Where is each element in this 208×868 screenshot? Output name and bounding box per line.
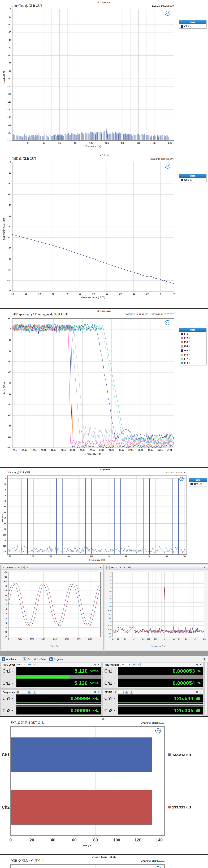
save-icon: ⇩	[23, 657, 26, 661]
chevron-down-icon: ▾	[122, 691, 123, 693]
svg-text:1.2m: 1.2m	[41, 638, 45, 640]
meter-style-icon[interactable]: ▦▾	[28, 690, 31, 693]
legend-item-f-8[interactable]: F-88	[179, 361, 206, 365]
legend-item-f-4[interactable]: F-44	[179, 344, 206, 348]
meter-style-icon[interactable]: ▦▾	[125, 690, 129, 693]
stop-button[interactable]: ■	[22, 566, 25, 569]
meter-settings-icon[interactable]: ⚙	[33, 663, 36, 666]
legend-item-f-7[interactable]: F-77	[179, 357, 206, 361]
svg-text:60: 60	[72, 838, 77, 842]
meter-settings-icon[interactable]: ⚙	[130, 690, 133, 693]
legend-label: F-7	[184, 358, 188, 360]
panel-splitter[interactable]: • • •	[0, 654, 208, 656]
meter-unit: dB	[196, 709, 201, 713]
meter-row-ch2: Ch2▼125.305dB	[103, 707, 203, 715]
scope-plot-area: 0400u800u1.2m1.6m2.0m2.4m2.8m-14-12-10-8…	[1, 570, 103, 650]
legend-label: Ch2	[184, 25, 189, 28]
legend-item-f-5[interactable]: F-55	[179, 348, 206, 352]
stop-button[interactable]: ■	[123, 566, 126, 569]
svg-text:-30: -30	[8, 31, 11, 33]
settings-gear-icon[interactable]: ⚙	[26, 566, 29, 569]
meter-display: 125.305dB	[118, 707, 203, 715]
channel-select[interactable]: Ch2▼	[1, 679, 16, 687]
legend-header: Data	[179, 328, 206, 332]
unit-value: dB	[114, 691, 117, 693]
window-splitter[interactable]: • • •	[0, 651, 208, 654]
unit-select[interactable]: Vrms▾	[16, 663, 26, 666]
svg-text:-45: -45	[51, 293, 54, 295]
save-meter-data-button[interactable]: ⇩ Save Meter Data	[23, 657, 45, 661]
meter-settings-icon[interactable]: ⚙	[33, 690, 36, 693]
legend-item-f-1[interactable]: F-1	[179, 332, 206, 336]
legend-swatch	[181, 353, 183, 356]
scroll-up-icon[interactable]: ▲	[205, 662, 207, 664]
scrollbar[interactable]: ▲	[205, 662, 207, 716]
unit-select[interactable]: dB▾	[113, 690, 124, 694]
meter-display: 5.120Vrms	[16, 679, 101, 687]
export-icon[interactable]: ↥	[203, 658, 206, 661]
channel-select[interactable]: Ch2▼	[1, 707, 16, 715]
popout-icon[interactable]: ⧉	[196, 691, 198, 693]
svg-text:-30: -30	[8, 193, 11, 196]
chevron-down-icon[interactable]: ▼	[14, 567, 16, 568]
close-icon[interactable]: ✕	[98, 691, 100, 693]
unit-select[interactable]: %▾	[121, 663, 131, 666]
svg-text:32.5k: 32.5k	[109, 449, 114, 452]
popout-icon[interactable]: ⧉	[196, 663, 198, 666]
close-icon[interactable]: ✕	[203, 566, 206, 569]
panel-menu-icon[interactable]: ≡	[2, 566, 5, 569]
svg-text:-50: -50	[8, 46, 11, 49]
chevron-down-icon[interactable]: ▼	[116, 567, 118, 568]
svg-text:-40: -40	[65, 293, 68, 295]
close-icon[interactable]: ✕	[98, 663, 100, 666]
unit-select[interactable]: Hz▾	[16, 690, 26, 694]
svg-text:-110: -110	[3, 539, 6, 541]
legend-label: F-3	[184, 341, 188, 344]
panel-menu-icon[interactable]: ≡	[106, 566, 109, 569]
svg-text:-55: -55	[24, 293, 27, 295]
legend-item-f-3[interactable]: F-33	[179, 340, 206, 344]
channel-select[interactable]: Ch1▼	[1, 694, 16, 702]
chart-title: FFT Spectrum	[0, 310, 208, 312]
run-button[interactable]: ▶	[17, 566, 20, 569]
svg-text:-15: -15	[132, 293, 135, 295]
svg-text:500: 500	[154, 638, 157, 640]
legend-label: F-8	[184, 362, 188, 364]
add-meter-button[interactable]: + Add Meter ▾	[2, 657, 19, 661]
close-icon[interactable]: ✕	[200, 663, 202, 666]
legend-item-ch2[interactable]: Ch210	[179, 24, 206, 28]
channel-select[interactable]: Ch1▼	[103, 694, 118, 702]
svg-text:-80: -80	[8, 414, 11, 416]
legend-item-ch1[interactable]: Ch122	[189, 482, 207, 486]
popout-icon[interactable]: ⧉	[95, 691, 96, 693]
close-icon[interactable]: ✕	[200, 691, 202, 693]
legend-swatch	[181, 341, 183, 343]
channel-select[interactable]: Ch2▼	[103, 707, 118, 715]
run-button[interactable]: ▶	[119, 566, 122, 569]
popout-icon[interactable]: ⧉	[95, 663, 96, 666]
legend-label: F-1	[184, 333, 188, 335]
channel-select[interactable]: Ch1▼	[103, 667, 118, 675]
legend-item-f-6[interactable]: F-66	[179, 352, 206, 357]
channel-select[interactable]: Ch1▼	[1, 667, 16, 675]
svg-text:-100: -100	[7, 85, 11, 88]
meter-style-icon[interactable]: ▦▾	[132, 663, 136, 666]
meter-bar	[16, 677, 101, 679]
svg-text:133.313 dB: 133.313 dB	[172, 805, 191, 809]
legend-item-f-2[interactable]: F-22	[179, 336, 206, 340]
meter-group-frequency: FrequencyHz▾▦▾⚙⧉✕Ch1▼0.99999kHzCh2▼0.999…	[1, 690, 101, 716]
svg-text:1.6m: 1.6m	[53, 638, 57, 640]
svg-text:-40: -40	[109, 587, 111, 589]
svg-text:-90: -90	[8, 258, 11, 260]
svg-text:-170: -170	[108, 636, 111, 638]
chart-heading: FFT Spectrum @ Filtering mode XLR OUT	[12, 313, 67, 316]
legend-suffix: 10	[190, 26, 192, 27]
regulate-button[interactable]: ▶ Regulate	[49, 657, 63, 661]
channel-select[interactable]: Ch2▼	[103, 679, 118, 687]
settings-gear-icon[interactable]: ⚙	[128, 566, 131, 569]
meter-settings-icon[interactable]: ⚙	[137, 663, 141, 666]
legend-item-ch1[interactable]: Ch112	[179, 178, 206, 182]
close-icon[interactable]: ✕	[99, 566, 102, 569]
svg-text:2k: 2k	[173, 638, 175, 640]
meter-style-icon[interactable]: ▦▾	[28, 663, 31, 666]
